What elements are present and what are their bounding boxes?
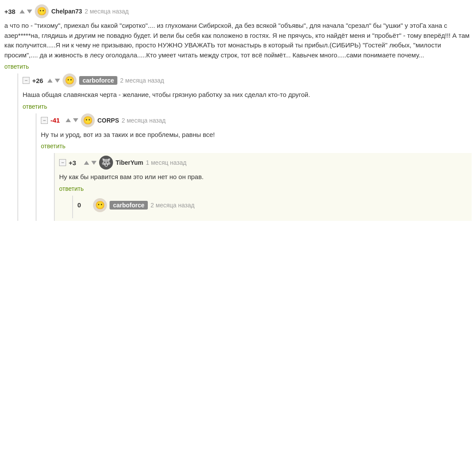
- username-c4[interactable]: TiberYum: [116, 159, 143, 166]
- comment-c2: − +26 😶 carboforce 2 месяца назад Наша о…: [23, 73, 472, 110]
- vote-up-c1[interactable]: [20, 10, 25, 13]
- indent-wrapper-c4: − +3 🐺 TiberYum 1 месяц назад Ну как бы …: [54, 153, 472, 221]
- score-c4: +3: [69, 159, 82, 166]
- indent-wrapper-c2: − +26 😶 carboforce 2 месяца назад Наша о…: [17, 73, 472, 221]
- indent-wrapper-c3: − -41 😶 CORPS 2 месяца назад Ну ты и уро…: [36, 113, 472, 221]
- vote-down-c3[interactable]: [73, 118, 78, 122]
- avatar-c4: 🐺: [99, 156, 113, 170]
- vote-down-c1[interactable]: [27, 10, 32, 13]
- avatar-c1: 😶: [35, 4, 49, 18]
- vote-up-c2[interactable]: [47, 79, 53, 83]
- reply-c4[interactable]: ответить: [59, 185, 83, 192]
- reply-c1[interactable]: ответить: [4, 63, 29, 70]
- indent-wrapper-c5: 0 😶 carboforce 2 месяца назад: [72, 196, 472, 218]
- score-c3: -41: [50, 116, 63, 124]
- text-c3: Ну ты и урод, вот из за таких и все проб…: [41, 130, 472, 140]
- comment-c1: +38 😶 Chelpan73 2 месяца назад а что по …: [4, 4, 472, 70]
- score-c2: +26: [32, 77, 45, 84]
- collapse-c2[interactable]: −: [23, 77, 30, 84]
- text-c1: а что по - "тихому", приехал бы какой "с…: [4, 21, 472, 60]
- vote-down-c2[interactable]: [55, 79, 60, 83]
- score-c5: 0: [77, 201, 90, 209]
- username-c1[interactable]: Chelpan73: [51, 8, 82, 15]
- comments-container: +38 😶 Chelpan73 2 месяца назад а что по …: [4, 4, 472, 221]
- avatar-c2: 😶: [63, 73, 77, 87]
- comment-c4: − +3 🐺 TiberYum 1 месяц назад Ну как бы …: [59, 156, 472, 192]
- timestamp-c2: 2 месяца назад: [120, 77, 164, 84]
- timestamp-c3: 2 месяца назад: [122, 117, 166, 124]
- vote-up-c3[interactable]: [66, 118, 71, 122]
- username-c2[interactable]: carboforce: [79, 76, 117, 85]
- collapse-c3[interactable]: −: [41, 117, 48, 124]
- comment-c3: − -41 😶 CORPS 2 месяца назад Ну ты и уро…: [41, 113, 472, 150]
- comment-c5: 0 😶 carboforce 2 месяца назад: [77, 198, 472, 212]
- vote-down-c4[interactable]: [91, 161, 97, 165]
- score-c1: +38: [4, 8, 17, 15]
- username-c5[interactable]: carboforce: [110, 201, 148, 210]
- timestamp-c4: 1 месяц назад: [146, 159, 186, 166]
- text-c2: Наша общая славянская черта - желание, ч…: [23, 90, 472, 100]
- timestamp-c1: 2 месяца назад: [85, 8, 129, 15]
- reply-c2[interactable]: ответить: [23, 103, 47, 110]
- text-c4: Ну как бы нравится вам это или нет но он…: [59, 172, 472, 182]
- timestamp-c5: 2 месяца назад: [150, 202, 194, 209]
- reply-c3[interactable]: ответить: [41, 143, 65, 150]
- username-c3[interactable]: CORPS: [97, 117, 119, 124]
- avatar-c5: 😶: [93, 198, 107, 212]
- vote-up-c4[interactable]: [84, 161, 89, 165]
- avatar-c3: 😶: [81, 113, 95, 127]
- collapse-c4[interactable]: −: [59, 159, 66, 166]
